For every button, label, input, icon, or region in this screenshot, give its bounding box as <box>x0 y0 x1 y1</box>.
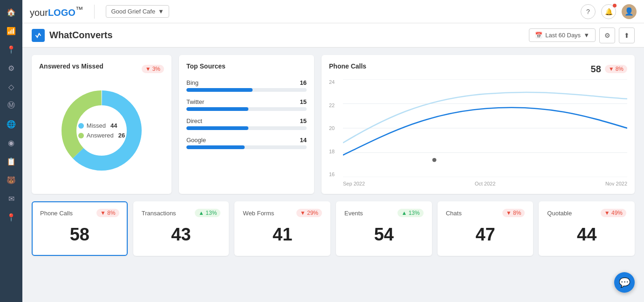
donut-card-badge: ▼ 3% <box>142 65 164 73</box>
sidebar-item-diamond[interactable]: ◇ <box>2 78 21 95</box>
dropdown-chevron-icon: ▼ <box>158 8 164 15</box>
notification-button[interactable]: 🔔 <box>601 4 616 19</box>
avatar[interactable]: 👤 <box>622 4 637 19</box>
top-cards-row: Answered vs Missed ▼ 3% <box>32 55 635 194</box>
missed-legend-item: Missed 44 <box>78 122 125 129</box>
help-button[interactable]: ? <box>581 4 596 19</box>
source-name: Twitter <box>186 98 204 105</box>
chart-svg <box>343 79 627 177</box>
chart-title: Phone Calls <box>329 62 366 70</box>
donut-container: Missed 44 Answered 26 <box>39 79 164 182</box>
sidebar-item-clipboard[interactable]: 📋 <box>2 153 21 170</box>
metric-name: Events <box>344 210 363 217</box>
main-content: yourLOGO™ Good Grief Cafe ▼ ? 🔔 👤 <box>22 0 644 302</box>
missed-color-dot <box>78 123 84 129</box>
source-header: Google 14 <box>186 137 307 144</box>
y-label-24: 24 <box>329 79 335 85</box>
filter-settings-button[interactable]: ⚙ <box>599 27 615 43</box>
sources-card-title: Top Sources <box>186 62 226 70</box>
source-count: 16 <box>300 79 307 86</box>
metric-value: 54 <box>344 221 424 248</box>
svg-point-7 <box>432 158 437 162</box>
metric-card-events[interactable]: Events ▲ 13% 54 <box>336 201 432 256</box>
x-label-oct: Oct 2022 <box>475 181 496 186</box>
dashboard: Answered vs Missed ▼ 3% <box>22 48 644 302</box>
chart-badge-value: 8% <box>616 66 623 72</box>
sidebar-item-module[interactable]: Ⓜ <box>2 97 21 114</box>
sidebar-item-mail[interactable]: ✉ <box>2 190 21 207</box>
source-name: Bing <box>186 79 199 86</box>
metric-name: Chats <box>446 210 462 217</box>
metric-value: 47 <box>446 221 525 248</box>
date-filter-button[interactable]: 📅 Last 60 Days ▼ <box>529 28 596 42</box>
source-header: Bing 16 <box>186 79 307 86</box>
sidebar-item-signal[interactable]: 📶 <box>2 22 21 39</box>
metric-badge: ▼ 29% <box>296 209 322 217</box>
donut-legend: Missed 44 Answered 26 <box>78 122 125 139</box>
filter-icon: ⚙ <box>604 32 610 39</box>
logo-prefix: your <box>30 7 48 17</box>
source-item: Bing 16 <box>186 79 307 92</box>
logo-area: yourLOGO™ Good Grief Cafe ▼ <box>30 5 169 19</box>
source-bar-bg <box>186 107 307 111</box>
metric-card-transactions[interactable]: Transactions ▲ 13% 43 <box>133 201 229 256</box>
y-label-18: 18 <box>329 149 335 154</box>
sidebar-item-home[interactable]: 🏠 <box>2 4 21 21</box>
chart-badge: ▼ 8% <box>605 65 627 73</box>
page-title: WhatConverts <box>49 30 113 41</box>
account-dropdown[interactable]: Good Grief Cafe ▼ <box>106 5 169 18</box>
source-name: Direct <box>186 117 202 124</box>
y-label-20: 20 <box>329 125 335 131</box>
missed-label: Missed <box>87 122 106 129</box>
sidebar: 🏠 📶 📍 ⚙ ◇ Ⓜ 🌐 ◉ 📋 🐻 ✉ 📍 <box>0 0 22 302</box>
donut-badge-value: 3% <box>152 66 160 72</box>
down-arrow-icon: ▼ <box>145 66 151 72</box>
share-button[interactable]: ⬆ <box>619 27 635 43</box>
x-label-nov: Nov 2022 <box>605 181 627 186</box>
metric-value: 44 <box>547 221 626 248</box>
sources-card-header: Top Sources <box>186 62 307 76</box>
answered-label: Answered <box>87 132 114 139</box>
phone-calls-chart-card: Phone Calls 58 ▼ 8% 24 22 20 18 <box>322 55 635 194</box>
sidebar-item-settings[interactable]: ⚙ <box>2 60 21 76</box>
chart-total-value: 58 <box>591 64 601 75</box>
metric-badge: ▼ 8% <box>96 209 119 217</box>
source-header: Direct 15 <box>186 117 307 124</box>
source-bar <box>186 145 245 149</box>
source-item: Direct 15 <box>186 117 307 130</box>
metric-badge: ▼ 8% <box>502 209 525 217</box>
source-item: Twitter 15 <box>186 98 307 111</box>
sidebar-item-circle[interactable]: ◉ <box>2 134 21 151</box>
metric-card-header: Chats ▼ 8% <box>446 209 525 217</box>
answered-legend-item: Answered 26 <box>78 132 125 139</box>
chart-area: 24 22 20 18 16 <box>329 79 627 186</box>
answered-vs-missed-card: Answered vs Missed ▼ 3% <box>32 55 171 194</box>
calendar-icon: 📅 <box>535 32 542 39</box>
top-sources-card: Top Sources Bing 16 Twitter 15 Direct 15 <box>179 55 314 194</box>
whatconverts-icon <box>32 29 45 42</box>
sidebar-item-globe[interactable]: 🌐 <box>2 116 21 132</box>
chat-bubble-button[interactable]: 💬 <box>614 272 635 293</box>
metric-value: 58 <box>40 221 119 248</box>
sidebar-item-pin[interactable]: 📍 <box>2 209 21 226</box>
page-header: WhatConverts 📅 Last 60 Days ▼ ⚙ ⬆ <box>22 23 644 48</box>
x-label-sep: Sep 2022 <box>343 181 365 186</box>
metric-badge: ▼ 49% <box>601 209 626 217</box>
y-label-22: 22 <box>329 103 335 108</box>
chart-badge-arrow-icon: ▼ <box>609 66 614 72</box>
logo-divider <box>94 5 95 19</box>
metric-card-chats[interactable]: Chats ▼ 8% 47 <box>438 201 534 256</box>
donut-card-header: Answered vs Missed ▼ 3% <box>39 62 164 76</box>
metric-card-web-forms[interactable]: Web Forms ▼ 29% 41 <box>234 201 330 256</box>
metric-card-header: Transactions ▲ 13% <box>142 209 221 217</box>
notification-icon: 🔔 <box>605 8 613 15</box>
metric-card-header: Phone Calls ▼ 8% <box>40 209 119 217</box>
source-bar-bg <box>186 88 307 92</box>
logo-tm: ™ <box>75 5 83 14</box>
metric-card-phone-calls[interactable]: Phone Calls ▼ 8% 58 <box>32 201 128 256</box>
metric-card-quotable[interactable]: Quotable ▼ 49% 44 <box>539 201 635 256</box>
avatar-icon: 👤 <box>624 7 634 16</box>
sidebar-item-bear[interactable]: 🐻 <box>2 172 21 188</box>
notification-dot <box>613 4 617 7</box>
sidebar-item-location[interactable]: 📍 <box>2 41 21 58</box>
